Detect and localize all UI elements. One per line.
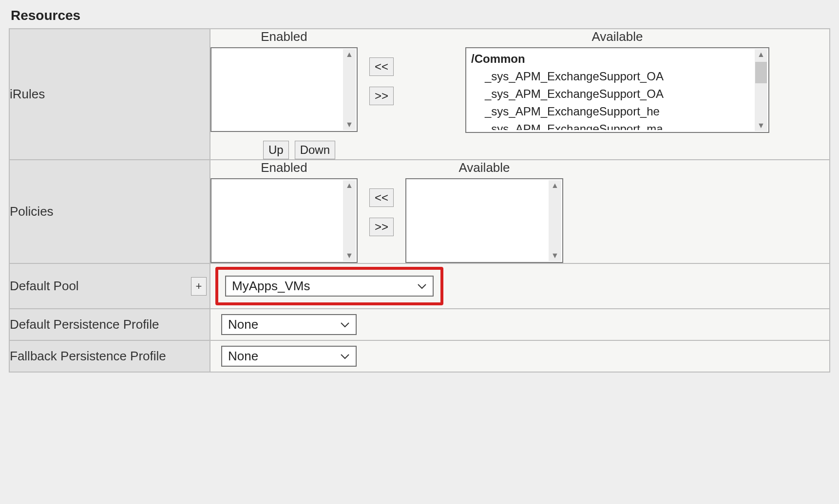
policies-enabled-title: Enabled [261,160,307,175]
irules-available-title: Available [591,29,643,44]
scroll-up-arrow[interactable]: ▲ [343,49,356,60]
irules-label-text: iRules [10,87,45,101]
resources-table: iRules Enabled ▲ ▼ [9,28,830,373]
irules-add-button[interactable]: << [369,57,394,76]
scroll-down-arrow[interactable]: ▼ [343,250,356,261]
chevron-down-icon [340,354,350,359]
default-pool-label-text: Default Pool [10,279,79,293]
policies-label-text: Policies [10,204,54,219]
default-persistence-select-value: None [228,317,258,332]
irules-available-listbox[interactable]: /Common _sys_APM_ExchangeSupport_OA _sys… [465,47,769,133]
irules-available-group: /Common [471,50,752,68]
fallback-persistence-select-value: None [228,349,258,364]
fallback-persistence-select[interactable]: None [221,346,357,367]
policies-add-button[interactable]: << [369,188,394,207]
policies-available-listbox[interactable]: ▲ ▼ [405,178,563,263]
irules-row-content: Enabled ▲ ▼ Up Down [210,29,830,160]
scroll-up-arrow[interactable]: ▲ [755,49,767,60]
default-pool-select-value: MyApps_VMs [232,279,310,294]
policies-available-title: Available [459,160,510,175]
scroll-down-arrow[interactable]: ▼ [549,250,561,261]
default-pool-row-label: Default Pool + [9,263,210,309]
irules-move-down-button[interactable]: Down [295,141,335,159]
policies-row-label: Policies [9,160,210,263]
scroll-down-arrow[interactable]: ▼ [755,120,767,131]
scroll-down-arrow[interactable]: ▼ [343,119,356,130]
scroll-up-arrow[interactable]: ▲ [549,180,561,191]
scroll-up-arrow[interactable]: ▲ [343,180,356,191]
irules-available-item[interactable]: _sys_APM_ExchangeSupport_ma [471,120,752,130]
scroll-thumb[interactable] [755,62,767,83]
section-title: Resources [11,8,830,23]
irules-available-item[interactable]: _sys_APM_ExchangeSupport_OA [471,85,752,103]
irules-row-label: iRules [9,29,210,160]
irules-enabled-title: Enabled [261,29,307,44]
irules-move-up-button[interactable]: Up [263,141,289,159]
default-pool-row-content: MyApps_VMs [210,263,830,309]
default-pool-highlight: MyApps_VMs [215,267,443,305]
irules-available-item[interactable]: _sys_APM_ExchangeSupport_he [471,103,752,120]
chevron-down-icon [417,283,427,289]
irules-remove-button[interactable]: >> [369,87,394,105]
fallback-persistence-row-label: Fallback Persistence Profile [9,340,210,372]
default-persistence-select[interactable]: None [221,314,357,335]
policies-row-content: Enabled ▲ ▼ << >> [210,160,830,263]
fallback-persistence-row-content: None [210,340,830,372]
irules-enabled-listbox[interactable]: ▲ ▼ [210,47,358,132]
default-pool-select[interactable]: MyApps_VMs [225,276,434,297]
policies-enabled-listbox[interactable]: ▲ ▼ [210,178,358,263]
default-persistence-row-label: Default Persistence Profile [9,309,210,340]
fallback-persistence-label-text: Fallback Persistence Profile [10,349,166,363]
irules-available-item[interactable]: _sys_APM_ExchangeSupport_OA [471,68,752,85]
default-persistence-row-content: None [210,309,830,340]
chevron-down-icon [340,322,350,328]
policies-remove-button[interactable]: >> [369,218,394,236]
default-pool-add-button[interactable]: + [191,277,207,296]
default-persistence-label-text: Default Persistence Profile [10,317,159,332]
